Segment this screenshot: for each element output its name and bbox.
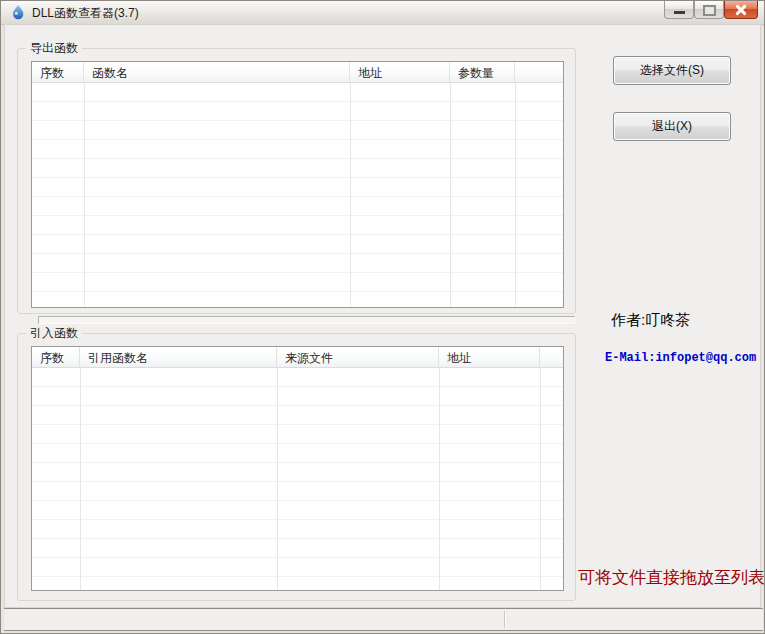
- app-window: DLL函数查看器(3.7) 导出函数 序数 函数名 地址 参数量: [0, 0, 765, 634]
- grid-vline: [439, 368, 440, 590]
- minimize-icon: [674, 11, 685, 14]
- export-list-header: 序数 函数名 地址 参数量: [32, 62, 563, 83]
- drop-hint-text: 可将文件直接拖放至列表: [578, 566, 765, 589]
- column-header-address[interactable]: 地址: [439, 347, 540, 367]
- progress-bar: [38, 316, 575, 324]
- export-group-label: 导出函数: [26, 40, 82, 57]
- email-text: E-Mail:infopet@qq.com: [605, 351, 756, 365]
- column-header-ordinal[interactable]: 序数: [32, 62, 84, 82]
- grid-vline: [515, 83, 516, 307]
- column-header-ordinal[interactable]: 序数: [32, 347, 80, 367]
- statusbar: [4, 608, 763, 631]
- import-function-list[interactable]: 序数 引用函数名 来源文件 地址: [31, 346, 564, 591]
- grid-vline: [80, 368, 81, 590]
- import-group-label: 引入函数: [26, 325, 82, 342]
- grid-vline: [277, 368, 278, 590]
- import-list-body[interactable]: [32, 368, 563, 590]
- app-icon[interactable]: [10, 4, 26, 20]
- titlebar[interactable]: DLL函数查看器(3.7): [1, 1, 764, 25]
- select-file-button[interactable]: 选择文件(S): [613, 56, 731, 85]
- import-list-header: 序数 引用函数名 来源文件 地址: [32, 347, 563, 368]
- column-header-blank[interactable]: [540, 347, 563, 367]
- grid-vline: [540, 368, 541, 590]
- author-text: 作者:叮咚茶: [611, 311, 690, 330]
- column-header-param-count[interactable]: 参数量: [450, 62, 515, 82]
- window-title: DLL函数查看器(3.7): [32, 5, 139, 22]
- close-button[interactable]: [724, 1, 758, 19]
- column-header-blank[interactable]: [515, 62, 563, 82]
- statusbar-separator: [504, 611, 506, 628]
- close-icon: [725, 1, 757, 18]
- exit-button[interactable]: 退出(X): [613, 112, 731, 141]
- column-header-function-name[interactable]: 函数名: [84, 62, 350, 82]
- grid-vline: [350, 83, 351, 307]
- column-header-referenced-function[interactable]: 引用函数名: [80, 347, 277, 367]
- column-header-source-file[interactable]: 来源文件: [277, 347, 439, 367]
- grid-vline: [84, 83, 85, 307]
- grid-vline: [450, 83, 451, 307]
- maximize-icon: [703, 5, 716, 16]
- export-list-body[interactable]: [32, 83, 563, 307]
- export-function-list[interactable]: 序数 函数名 地址 参数量: [31, 61, 564, 308]
- minimize-button[interactable]: [664, 1, 694, 19]
- column-header-address[interactable]: 地址: [350, 62, 450, 82]
- maximize-button[interactable]: [694, 1, 724, 19]
